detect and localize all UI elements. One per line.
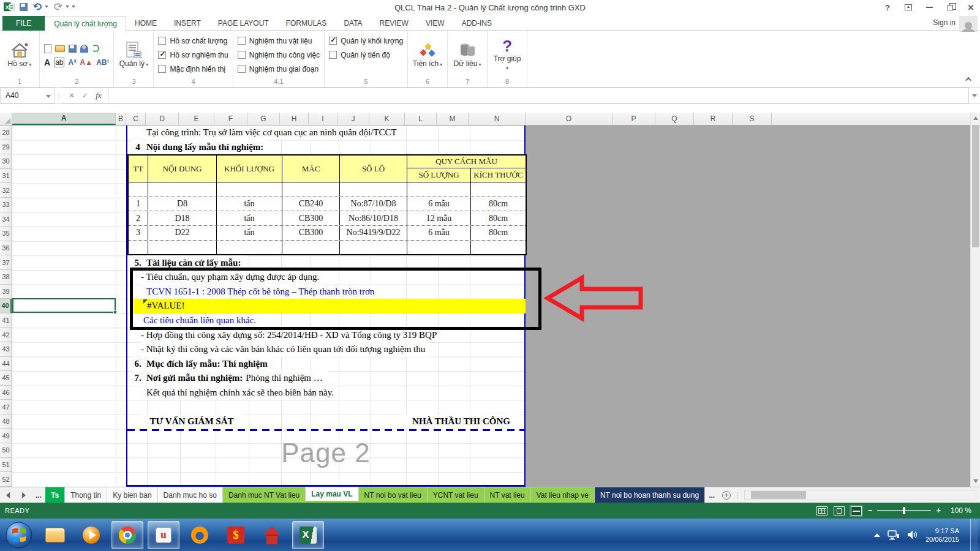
font-size-icon[interactable]: Aª — [68, 58, 76, 67]
cell-diary-line[interactable]: - Nhật ký thi công và các văn bản khác c… — [141, 342, 430, 357]
table-empty-row[interactable] — [129, 182, 526, 197]
cell-section6-title[interactable]: Mục đích lấy mẫu: Thí nghiệm — [146, 357, 273, 372]
row-header[interactable]: 40 — [0, 299, 12, 313]
taskbar-app-button[interactable] — [39, 521, 71, 549]
name-box[interactable]: A40 — [0, 88, 55, 103]
column-header-B[interactable]: B — [116, 113, 126, 125]
taskbar-app-button[interactable] — [256, 521, 288, 549]
row-header[interactable]: 35 — [0, 227, 12, 241]
du-lieu-button[interactable]: Dữ liệu — [452, 42, 483, 69]
show-desktop-button[interactable] — [970, 519, 978, 551]
save-button[interactable] — [20, 3, 28, 11]
column-header-S[interactable]: S — [733, 113, 772, 125]
column-header-D[interactable]: D — [146, 113, 179, 125]
header-cell-kich-thuoc[interactable]: KÍCH THƯỚC — [471, 168, 526, 182]
sheet-tab[interactable]: Danh muc ho so — [158, 487, 223, 503]
column-header-K[interactable]: K — [369, 113, 405, 125]
minimize-button[interactable] — [922, 1, 936, 13]
cell-section4-num[interactable]: 4 — [132, 140, 143, 155]
show-hidden-icons[interactable] — [874, 533, 880, 537]
rename-icon[interactable]: ab — [54, 58, 64, 67]
header-cell-noi-dung[interactable]: NỘI DUNG — [148, 156, 217, 182]
row-header[interactable]: 31 — [0, 169, 12, 184]
row-header[interactable]: 38 — [0, 270, 12, 285]
row-header[interactable]: 32 — [0, 183, 12, 198]
select-all-corner[interactable] — [0, 113, 12, 125]
taskbar-clock[interactable]: 9:17 SA 20/06/2015 — [925, 527, 963, 544]
quan-ly-button[interactable]: Quản lý — [118, 42, 149, 69]
ribbon-tab[interactable]: DATA — [335, 16, 371, 31]
horizontal-scrollbar[interactable] — [744, 490, 976, 500]
ribbon-tab[interactable]: FORMULAS — [277, 16, 336, 31]
row-header[interactable]: 45 — [0, 371, 12, 386]
row-header[interactable]: 30 — [0, 154, 12, 169]
row-header[interactable]: 49 — [0, 429, 12, 443]
save-file-icon[interactable] — [69, 45, 77, 53]
cell-signature-left[interactable]: TƯ VẤN GIÁM SÁT — [140, 414, 244, 429]
row-header[interactable]: 51 — [0, 458, 12, 473]
taskbar-app-button[interactable] — [148, 521, 179, 549]
cell-section7-title[interactable]: Nơi gửi mẫu thí nghiệm: Phòng thí nghiệm… — [146, 371, 328, 386]
sheet-tab[interactable]: NT noi bo hoan thanh su dung — [595, 487, 705, 503]
selected-cell-a40[interactable] — [12, 298, 116, 313]
undo-button[interactable] — [32, 2, 42, 11]
vertical-scrollbar[interactable] — [970, 113, 980, 487]
column-header-C[interactable]: C — [126, 113, 146, 125]
ribbon-display-options-button[interactable] — [902, 1, 915, 13]
row-header[interactable]: 50 — [0, 443, 12, 458]
column-header-R[interactable]: R — [694, 113, 733, 125]
cell-so-lo[interactable]: No:87/10/D8 — [340, 197, 407, 211]
row-header[interactable]: 39 — [0, 285, 12, 299]
header-cell-mac[interactable]: MÁC — [282, 156, 340, 182]
row-header[interactable]: 36 — [0, 241, 12, 256]
header-cell-so-lo[interactable]: SỐ LÔ — [340, 156, 407, 182]
header-cell-tt[interactable]: TT — [129, 156, 148, 182]
cell-result-line[interactable]: Kết quả thí nghiệm chính xác sẽ theo biê… — [146, 386, 339, 400]
zoom-slider-thumb[interactable] — [903, 507, 905, 514]
network-icon[interactable] — [888, 530, 900, 540]
zoom-in-icon[interactable]: + — [936, 507, 941, 514]
sheet-tab[interactable]: NT noi bo vat lieu — [359, 487, 428, 503]
column-header-M[interactable]: M — [437, 113, 469, 125]
sheet-tab[interactable]: Thong tin — [65, 487, 107, 503]
scroll-down-icon[interactable] — [973, 479, 978, 483]
sheet-nav-prev-icon[interactable] — [0, 487, 16, 503]
normal-view-icon[interactable] — [816, 506, 827, 515]
cell-so-lo[interactable]: No:86/10/D18 — [340, 211, 407, 225]
page-layout-view-icon[interactable] — [834, 506, 845, 515]
ribbon-tab[interactable]: FILE — [2, 16, 45, 31]
close-button[interactable]: ✕ — [964, 1, 978, 13]
open-folder-icon[interactable] — [55, 45, 65, 52]
name-box-dropdown-icon[interactable] — [46, 95, 51, 98]
start-button[interactable] — [5, 521, 33, 549]
table-row[interactable]: 3 D22 tấn CB300 No:9419/9/D22 6 mẫu 80cm — [129, 226, 526, 241]
zoom-slider[interactable] — [877, 510, 931, 511]
zoom-out-icon[interactable]: − — [868, 507, 873, 514]
sheet-tab[interactable]: Vat lieu nhap ve — [531, 487, 595, 503]
cell-khoi-luong[interactable]: tấn — [217, 211, 282, 225]
column-header-A[interactable]: A — [12, 113, 116, 125]
tro-giup-button[interactable]: ? Trợ giúp — [492, 38, 522, 72]
row-header[interactable]: 48 — [0, 414, 12, 429]
cell-location-line[interactable]: Tại công trình: Trụ sở làm việc cơ quan … — [146, 126, 402, 140]
zoom-level[interactable]: 100 % — [947, 506, 971, 515]
header-cell-khoi-luong[interactable]: KHỐI LƯỢNG — [217, 156, 282, 182]
cancel-icon[interactable]: ✕ — [69, 91, 75, 100]
header-cell-so-luong[interactable]: SỐ LƯỢNG — [407, 168, 471, 182]
new-document-icon[interactable] — [44, 44, 51, 53]
expand-formula-bar-icon[interactable] — [969, 88, 980, 103]
sheet-tab[interactable]: Ts — [45, 487, 65, 503]
sheet-tab[interactable]: NT vat lieu — [484, 487, 531, 503]
row-header[interactable]: 29 — [0, 140, 12, 155]
cell-so-luong[interactable]: 6 mẫu — [407, 197, 471, 211]
taskbar-app-button[interactable] — [292, 521, 324, 549]
cell-noi-dung[interactable]: D8 — [148, 197, 217, 211]
cell-section7-num[interactable]: 7. — [132, 371, 143, 386]
ribbon-checkbox[interactable]: Nghiệm thu công việc — [238, 48, 320, 61]
cell-tt[interactable]: 2 — [129, 211, 148, 225]
page-break-preview-icon[interactable] — [851, 506, 862, 515]
sheet-nav-next-icon[interactable] — [16, 487, 32, 503]
column-header-G[interactable]: G — [247, 113, 280, 125]
taskbar-app-button[interactable] — [111, 521, 143, 549]
taskbar-app-button[interactable] — [220, 521, 252, 549]
